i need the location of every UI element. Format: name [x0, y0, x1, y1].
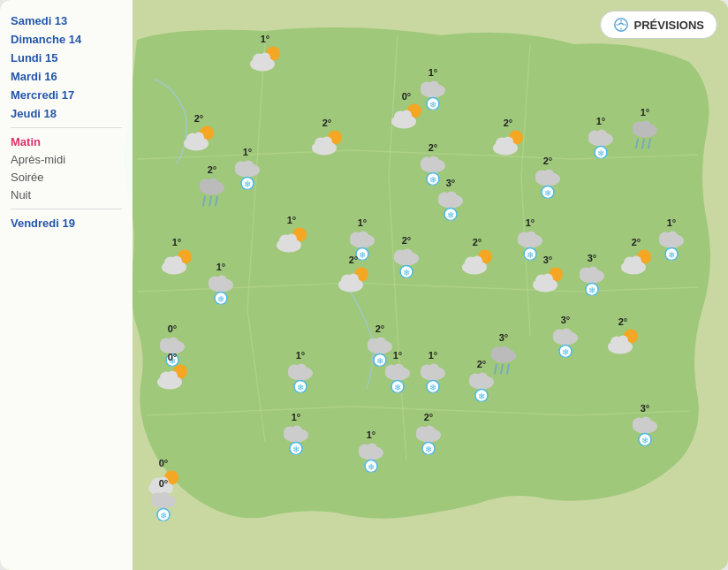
- day-label-1: Dimanche 14: [11, 33, 81, 46]
- period-label-0: Matin: [11, 135, 41, 148]
- divider-1: [11, 127, 122, 128]
- sidebar: Samedi 13 Dimanche 14 Lundi 15 Mardi 16 …: [0, 0, 133, 570]
- sidebar-day-dimanche[interactable]: Dimanche 14: [11, 33, 122, 46]
- sidebar-day-jeudi[interactable]: Jeudi 18: [11, 107, 122, 120]
- divider-2: [11, 209, 122, 209]
- period-label-3: Nuit: [11, 188, 31, 201]
- sidebar-day-mercredi[interactable]: Mercredi 17: [11, 88, 122, 102]
- sidebar-day-lundi[interactable]: Lundi 15: [11, 51, 122, 65]
- forecast-icon: [613, 17, 629, 33]
- day-label-4: Mercredi 17: [11, 88, 74, 102]
- day-label-2: Lundi 15: [11, 51, 57, 65]
- period-label-1: Après-midi: [11, 153, 65, 166]
- day-label-next: Vendredi 19: [11, 217, 75, 230]
- sidebar-day-samedi[interactable]: Samedi 13: [11, 14, 122, 27]
- sidebar-day-vendredi[interactable]: Vendredi 19: [11, 217, 122, 230]
- day-label-0: Samedi 13: [11, 14, 67, 27]
- period-apres-midi[interactable]: Après-midi: [11, 153, 122, 166]
- period-nuit[interactable]: Nuit: [11, 188, 122, 201]
- period-label-2: Soirée: [11, 171, 44, 184]
- period-matin[interactable]: Matin: [11, 135, 122, 148]
- previsions-label: PRÉVISIONS: [634, 19, 704, 32]
- main-container: Samedi 13 Dimanche 14 Lundi 15 Mardi 16 …: [0, 0, 728, 570]
- day-label-3: Mardi 16: [11, 70, 57, 83]
- sidebar-day-mardi[interactable]: Mardi 16: [11, 70, 122, 83]
- day-label-5: Jeudi 18: [11, 107, 57, 120]
- period-soiree[interactable]: Soirée: [11, 171, 122, 184]
- previsions-button[interactable]: PRÉVISIONS: [600, 11, 717, 39]
